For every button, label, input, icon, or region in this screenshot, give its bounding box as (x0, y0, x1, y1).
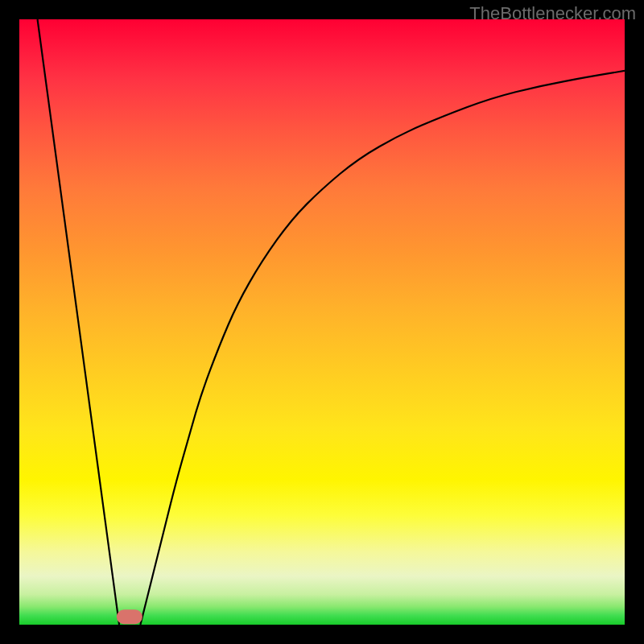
left-line (38, 19, 120, 625)
min-point-marker (117, 609, 142, 624)
right-curve (140, 71, 625, 625)
watermark: TheBottlenecker.com (469, 3, 636, 24)
plot-background (19, 19, 625, 625)
svg-rect-0 (117, 609, 142, 624)
chart-svg (19, 19, 625, 625)
